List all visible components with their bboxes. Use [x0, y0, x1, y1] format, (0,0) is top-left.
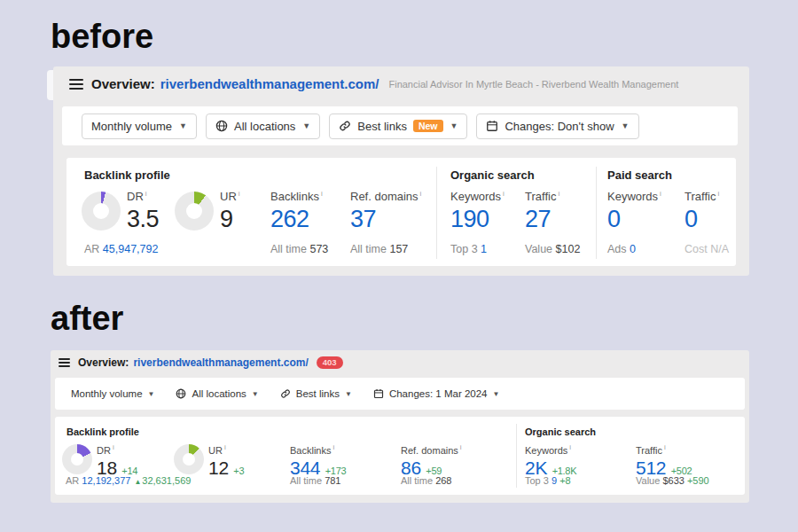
changes-dropdown[interactable]: Changes: 1 Mar 2024 ▼ — [373, 388, 500, 399]
overview-label: Overview: — [91, 76, 155, 91]
calendar-icon — [373, 388, 384, 399]
changes-dropdown[interactable]: Changes: Don't show ▼ — [476, 113, 638, 139]
metric-dr: DR 3.5 — [127, 190, 159, 233]
monthly-volume-dropdown[interactable]: Monthly volume ▼ — [71, 388, 154, 399]
ur-value: 9 — [220, 206, 240, 233]
before-heading: before — [51, 18, 153, 56]
organic-keywords-top3: Top 3 9 +8 — [525, 475, 571, 486]
metric-paid-keywords: Keywords 0 — [607, 190, 661, 233]
ur-gauge — [174, 444, 204, 474]
paid-keywords-value[interactable]: 0 — [607, 206, 661, 233]
new-badge: New — [413, 120, 443, 133]
dr-delta: +14 — [121, 466, 137, 476]
ur-label: UR — [220, 190, 237, 203]
menu-icon[interactable] — [59, 358, 70, 367]
organic-traffic-value[interactable]: 27 — [525, 206, 559, 233]
before-panel: Overview: riverbendwealthmanagement.com/… — [53, 66, 749, 276]
dr-gauge — [62, 444, 92, 474]
paid-keywords-ads: Ads 0 — [607, 243, 636, 255]
metric-organic-traffic: Traffic 512 +502 — [636, 443, 692, 479]
page-title-subtitle: Financial Advisor In Myrtle Beach - Rive… — [388, 79, 678, 90]
ref-domains-alltime: All time 268 — [401, 475, 451, 486]
section-title-backlink-profile: Backlink profile — [66, 426, 139, 437]
domain-link[interactable]: riverbendwealthmanagement.com/ — [160, 76, 379, 91]
link-icon — [280, 388, 291, 399]
organic-traffic-value-sub: Value $102 — [525, 243, 580, 255]
monthly-volume-label: Monthly volume — [71, 388, 143, 399]
ar-value[interactable]: 12,192,377 — [82, 475, 130, 486]
metric-organic-keywords: Keywords 2K +1.8K — [525, 443, 576, 479]
chevron-down-icon: ▼ — [302, 121, 310, 130]
paid-traffic-cost: Cost N/A — [685, 243, 729, 255]
chevron-down-icon: ▼ — [148, 390, 155, 398]
metric-paid-traffic: Traffic 0 — [685, 190, 719, 233]
ar-label: AR — [66, 475, 79, 486]
metric-ur: UR 9 — [220, 190, 240, 233]
metric-ref-domains: Ref. domains 37 — [350, 190, 421, 233]
backlinks-label: Backlinks — [270, 190, 319, 203]
all-locations-label: All locations — [234, 120, 295, 133]
organic-keywords-value[interactable]: 190 — [450, 206, 505, 233]
backlinks-alltime: All time 573 — [270, 243, 328, 255]
section-title-organic-search: Organic search — [450, 168, 535, 182]
monthly-volume-dropdown[interactable]: Monthly volume ▼ — [82, 113, 197, 139]
metric-ur: UR 12 +3 — [208, 443, 244, 479]
best-links-dropdown[interactable]: Best links ▼ — [280, 388, 352, 399]
after-metrics-card: Backlink profile Organic search DR 18 +1… — [55, 417, 745, 495]
backlinks-value[interactable]: 262 — [270, 206, 323, 233]
organic-traffic-value-sub: Value $633 +590 — [636, 475, 709, 486]
overview-label: Overview: — [78, 356, 129, 369]
menu-icon[interactable] — [69, 79, 83, 90]
metric-ref-domains: Ref. domains 86 +59 — [401, 443, 462, 479]
before-header: Overview: riverbendwealthmanagement.com/… — [69, 76, 678, 91]
http-status-badge[interactable]: 403 — [317, 356, 343, 369]
monthly-volume-label: Monthly volume — [91, 120, 172, 133]
globe-icon — [176, 388, 186, 399]
metric-backlinks: Backlinks 344 +173 — [290, 443, 346, 479]
divider — [436, 167, 437, 259]
after-toolbar-row: Monthly volume ▼ All locations ▼ Best li… — [55, 378, 745, 410]
before-metrics-card: Backlink profile Organic search Paid sea… — [66, 158, 736, 266]
ar-delta: 32,631,569 — [142, 475, 191, 486]
backlinks-alltime: All time 781 — [290, 475, 340, 486]
after-heading: after — [51, 300, 123, 338]
dr-value: 3.5 — [127, 206, 159, 233]
chevron-down-icon: ▼ — [345, 390, 352, 398]
dr-label: DR — [97, 445, 111, 456]
all-locations-dropdown[interactable]: All locations ▼ — [176, 388, 258, 399]
best-links-dropdown[interactable]: Best links New ▼ — [329, 113, 467, 139]
section-title-organic-search: Organic search — [525, 426, 596, 437]
best-links-label: Best links — [357, 120, 407, 133]
metric-organic-traffic: Traffic 27 — [525, 190, 559, 233]
all-locations-dropdown[interactable]: All locations ▼ — [206, 113, 320, 139]
chevron-down-icon: ▼ — [450, 121, 458, 130]
ar-label: AR — [84, 243, 99, 255]
ur-delta: +3 — [233, 466, 244, 476]
organic-keywords-delta: +1.8K — [552, 466, 577, 476]
ur-gauge — [175, 192, 214, 231]
ur-value: 12 — [208, 458, 229, 478]
ar-value[interactable]: 45,947,792 — [103, 243, 159, 255]
best-links-label: Best links — [296, 388, 340, 399]
calendar-icon — [486, 120, 498, 132]
ref-domains-alltime: All time 157 — [350, 243, 408, 255]
after-panel: Overview: riverbendwealthmanagement.com/… — [51, 350, 749, 503]
changes-label: Changes: 1 Mar 2024 — [389, 388, 488, 399]
ref-domains-delta: +59 — [426, 466, 442, 476]
section-title-paid-search: Paid search — [607, 168, 672, 182]
dr-label: DR — [127, 190, 144, 203]
metric-dr: DR 18 +14 — [97, 443, 137, 479]
paid-traffic-value[interactable]: 0 — [685, 206, 719, 233]
chevron-down-icon: ▼ — [493, 390, 500, 398]
changes-label: Changes: Don't show — [505, 120, 614, 133]
domain-link[interactable]: riverbendwealthmanagement.com/ — [133, 356, 308, 369]
ur-label: UR — [208, 445, 223, 456]
chevron-down-icon: ▼ — [179, 121, 187, 130]
divider — [596, 167, 597, 259]
globe-icon — [215, 120, 228, 132]
before-toolbar-row: Monthly volume ▼ All locations ▼ Best li… — [62, 106, 738, 145]
organic-traffic-delta: +502 — [671, 466, 692, 476]
ref-domains-value[interactable]: 37 — [350, 206, 421, 233]
chevron-down-icon: ▼ — [252, 390, 259, 398]
all-locations-label: All locations — [192, 388, 246, 399]
